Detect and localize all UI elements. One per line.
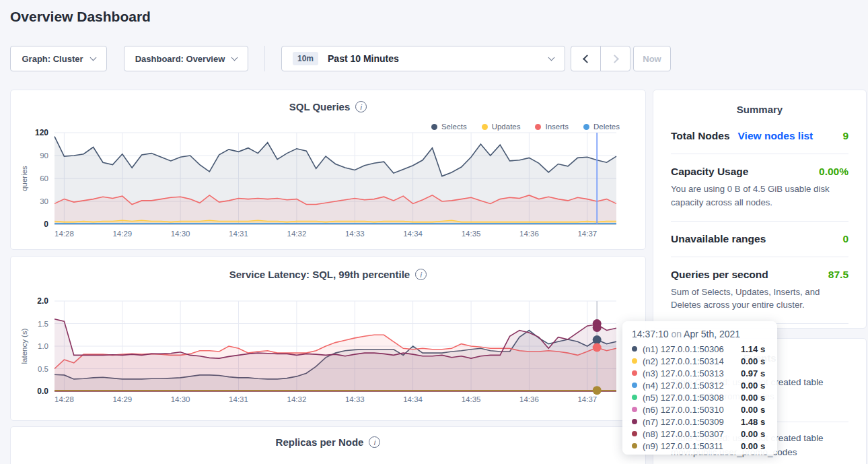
- dashboard-dropdown[interactable]: Dashboard: Overview: [124, 46, 248, 71]
- tooltip-row: (n5) 127.0.0.1:503080.00 s: [632, 391, 768, 403]
- sql-queries-chart[interactable]: 14:2814:2914:3014:3114:3214:3314:3414:35…: [11, 128, 647, 246]
- x-tick-label: 14:28: [55, 395, 74, 403]
- tooltip-node-label: (n4) 127.0.0.1:50312: [643, 380, 741, 391]
- tooltip-node-label: (n5) 127.0.0.1:50308: [643, 393, 741, 403]
- time-next-button[interactable]: [600, 46, 630, 71]
- info-icon[interactable]: i: [369, 436, 380, 448]
- x-tick-label: 14:37: [577, 230, 597, 238]
- tooltip-node-value: 0.00 s: [741, 429, 765, 439]
- unavailable-ranges-value: 0: [842, 233, 848, 245]
- total-nodes-label: Total Nodes: [671, 130, 730, 142]
- graph-dropdown[interactable]: Graph: Cluster: [10, 46, 107, 71]
- node-color-dot-icon: [632, 407, 637, 412]
- arrow-right-icon: [610, 55, 619, 63]
- hover-dot: [593, 343, 602, 352]
- tooltip-row: (n2) 127.0.0.1:503140.00 s: [632, 355, 768, 367]
- x-tick-label: 14:34: [403, 395, 423, 403]
- tooltip-row: (n6) 127.0.0.1:503100.00 s: [632, 403, 768, 416]
- tooltip-row: (n7) 127.0.0.1:503091.48 s: [632, 416, 768, 428]
- tooltip-node-value: 0.00 s: [741, 441, 765, 451]
- tooltip-node-value: 1.48 s: [741, 417, 765, 427]
- x-tick-label: 14:36: [519, 395, 539, 403]
- tooltip-node-value: 1.14 s: [741, 344, 765, 354]
- unavailable-ranges-label: Unavailable ranges: [671, 233, 766, 245]
- hover-dot: [593, 335, 602, 344]
- tooltip-row: (n8) 127.0.0.1:503070.00 s: [632, 428, 768, 440]
- summary-total-nodes: Total Nodes View nodes list 9: [671, 125, 848, 154]
- x-tick-label: 14:29: [112, 230, 132, 238]
- x-tick-label: 14:32: [287, 395, 307, 403]
- qps-desc: Sum of Selects, Updates, Inserts, and De…: [671, 286, 848, 312]
- tooltip-node-label: (n8) 127.0.0.1:50307: [643, 429, 741, 439]
- tooltip-row: (n4) 127.0.0.1:503120.00 s: [632, 379, 768, 391]
- now-button[interactable]: Now: [633, 46, 671, 71]
- sql-queries-title: SQL Queries: [289, 101, 351, 112]
- latency-title: Service Latency: SQL, 99th percentile: [229, 269, 410, 280]
- capacity-value: 0.00%: [819, 166, 848, 178]
- x-tick-label: 14:35: [462, 230, 481, 238]
- summary-unavailable-ranges: Unavailable ranges 0: [671, 222, 848, 257]
- node-color-dot-icon: [632, 383, 637, 388]
- x-tick-label: 14:30: [171, 230, 190, 238]
- y-tick-label: 1.0: [38, 342, 48, 350]
- time-range-picker[interactable]: 10m Past 10 Minutes: [281, 46, 565, 71]
- node-color-dot-icon: [632, 370, 637, 376]
- tooltip-node-label: (n9) 127.0.0.1:50311: [643, 441, 741, 451]
- chevron-down-icon: [89, 54, 96, 61]
- node-color-dot-icon: [632, 346, 637, 352]
- x-tick-label: 14:28: [55, 230, 74, 238]
- chart-hover-tooltip: 14:37:10 on Apr 5th, 2021 (n1) 127.0.0.1…: [622, 321, 777, 455]
- x-tick-label: 14:31: [229, 395, 248, 403]
- y-tick-label: 0.5: [38, 365, 48, 373]
- tooltip-node-label: (n2) 127.0.0.1:50314: [643, 356, 741, 366]
- hover-dot: [593, 386, 602, 395]
- y-tick-label: 2.0: [37, 296, 48, 306]
- toolbar-divider: [264, 46, 265, 71]
- x-tick-label: 14:34: [403, 230, 423, 238]
- x-tick-label: 14:32: [287, 230, 307, 238]
- graph-dropdown-label: Graph: Cluster: [22, 54, 83, 64]
- y-axis-label: queries: [20, 166, 28, 191]
- info-icon[interactable]: i: [415, 269, 427, 280]
- summary-heading: Summary: [671, 90, 848, 125]
- qps-label: Queries per second: [671, 269, 768, 281]
- chevron-down-icon: [548, 54, 555, 61]
- summary-panel: Summary Total Nodes View nodes list 9 Ca…: [653, 90, 867, 329]
- y-tick-label: 90: [40, 152, 48, 160]
- x-tick-label: 14:29: [112, 395, 132, 403]
- tooltip-timestamp: 14:37:10 on Apr 5th, 2021: [632, 329, 768, 339]
- qps-value: 87.5: [828, 269, 848, 281]
- y-tick-label: 120: [35, 128, 48, 137]
- tooltip-node-label: (n6) 127.0.0.1:50310: [643, 405, 741, 415]
- now-button-label: Now: [643, 54, 661, 64]
- latency-card: Service Latency: SQL, 99th percentile i …: [10, 256, 646, 421]
- tooltip-node-label: (n3) 127.0.0.1:50313: [643, 368, 741, 378]
- x-tick-label: 14:31: [229, 230, 248, 238]
- tooltip-node-value: 0.00 s: [741, 380, 765, 391]
- tooltip-row: (n9) 127.0.0.1:503110.00 s: [632, 440, 768, 452]
- y-tick-label: 30: [40, 197, 48, 205]
- tooltip-rows: (n1) 127.0.0.1:503061.14 s(n2) 127.0.0.1…: [632, 343, 768, 452]
- y-axis-label: latency (s): [20, 328, 28, 364]
- arrow-left-icon: [583, 55, 591, 63]
- capacity-label: Capacity Usage: [671, 166, 748, 178]
- y-tick-label: 0: [44, 220, 48, 229]
- time-prev-button[interactable]: [571, 46, 601, 71]
- y-tick-label: 0.0: [37, 387, 48, 396]
- node-color-dot-icon: [632, 419, 637, 424]
- x-tick-label: 14:37: [577, 395, 597, 403]
- x-tick-label: 14:36: [519, 230, 539, 238]
- x-tick-label: 14:35: [462, 395, 481, 403]
- summary-capacity: Capacity Usage 0.00% You are using 0 B o…: [671, 154, 848, 222]
- tooltip-node-value: 0.00 s: [741, 393, 765, 403]
- dashboard-dropdown-label: Dashboard: Overview: [135, 54, 225, 64]
- replicas-card: Replicas per Node i: [10, 426, 646, 464]
- chevron-down-icon: [231, 54, 238, 61]
- latency-chart[interactable]: 14:2814:2914:3014:3114:3214:3314:3414:35…: [11, 296, 647, 411]
- replicas-title: Replicas per Node: [276, 436, 364, 448]
- view-nodes-list-link[interactable]: View nodes list: [738, 130, 813, 142]
- total-nodes-value: 9: [842, 130, 848, 142]
- info-icon[interactable]: i: [355, 101, 367, 112]
- node-color-dot-icon: [632, 443, 637, 449]
- node-color-dot-icon: [632, 395, 637, 400]
